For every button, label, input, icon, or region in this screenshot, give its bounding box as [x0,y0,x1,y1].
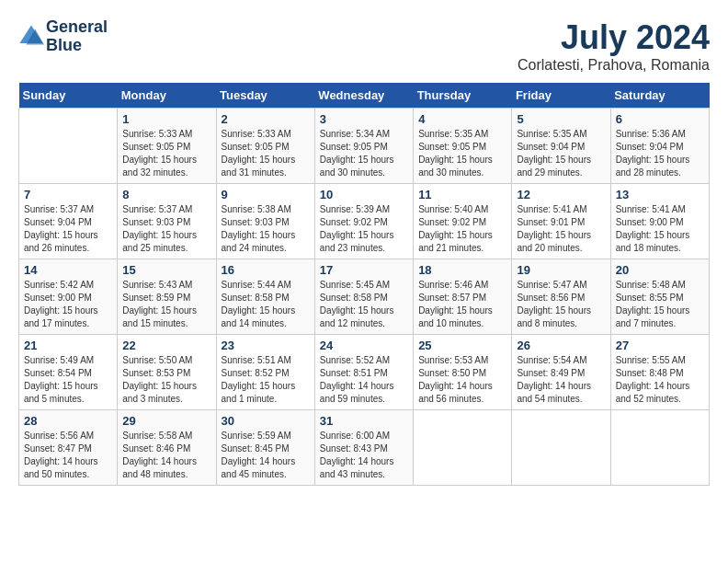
day-cell: 14Sunrise: 5:42 AM Sunset: 9:00 PM Dayli… [19,259,118,335]
day-number: 18 [418,263,506,277]
day-cell: 31Sunrise: 6:00 AM Sunset: 8:43 PM Dayli… [314,410,413,486]
day-info: Sunrise: 5:35 AM Sunset: 9:04 PM Dayligh… [517,128,605,179]
day-cell [512,410,610,486]
day-number: 8 [122,188,210,201]
day-info: Sunrise: 5:59 AM Sunset: 8:45 PM Dayligh… [222,430,310,481]
day-cell: 2Sunrise: 5:33 AM Sunset: 9:05 PM Daylig… [216,109,314,184]
day-info: Sunrise: 6:00 AM Sunset: 8:43 PM Dayligh… [320,430,408,481]
day-number: 31 [320,414,408,428]
day-cell: 22Sunrise: 5:50 AM Sunset: 8:53 PM Dayli… [118,335,216,410]
day-cell: 19Sunrise: 5:47 AM Sunset: 8:56 PM Dayli… [512,259,610,335]
day-info: Sunrise: 5:55 AM Sunset: 8:48 PM Dayligh… [616,354,704,406]
day-number: 21 [24,339,112,352]
month-year: July 2024 [518,18,710,57]
day-number: 17 [320,263,408,277]
day-number: 19 [517,263,605,277]
day-info: Sunrise: 5:43 AM Sunset: 8:59 PM Dayligh… [122,279,210,330]
day-number: 13 [616,188,704,201]
day-info: Sunrise: 5:58 AM Sunset: 8:46 PM Dayligh… [122,430,210,481]
day-number: 28 [24,414,112,428]
title-block: July 2024 Corlatesti, Prahova, Romania [518,18,710,74]
day-cell: 10Sunrise: 5:39 AM Sunset: 9:02 PM Dayli… [314,184,413,259]
day-cell: 15Sunrise: 5:43 AM Sunset: 8:59 PM Dayli… [118,259,216,335]
day-info: Sunrise: 5:42 AM Sunset: 9:00 PM Dayligh… [24,279,112,330]
day-info: Sunrise: 5:33 AM Sunset: 9:05 PM Dayligh… [222,128,310,179]
day-number: 10 [320,188,408,201]
logo-line2: Blue [46,37,108,55]
day-info: Sunrise: 5:34 AM Sunset: 9:05 PM Dayligh… [320,128,408,179]
day-cell: 4Sunrise: 5:35 AM Sunset: 9:05 PM Daylig… [414,109,512,184]
week-row-4: 21Sunrise: 5:49 AM Sunset: 8:54 PM Dayli… [19,335,710,410]
day-number: 22 [122,339,210,352]
day-info: Sunrise: 5:49 AM Sunset: 8:54 PM Dayligh… [24,354,112,406]
day-cell: 11Sunrise: 5:40 AM Sunset: 9:02 PM Dayli… [414,184,512,259]
day-number: 11 [418,188,506,201]
day-info: Sunrise: 5:45 AM Sunset: 8:58 PM Dayligh… [320,279,408,330]
logo-text: General Blue [46,18,108,55]
day-info: Sunrise: 5:39 AM Sunset: 9:02 PM Dayligh… [320,203,408,255]
day-info: Sunrise: 5:36 AM Sunset: 9:04 PM Dayligh… [616,128,704,179]
day-info: Sunrise: 5:53 AM Sunset: 8:50 PM Dayligh… [418,354,506,406]
header-wednesday: Wednesday [314,83,413,109]
calendar-body: 1Sunrise: 5:33 AM Sunset: 9:05 PM Daylig… [19,109,710,486]
day-cell: 17Sunrise: 5:45 AM Sunset: 8:58 PM Dayli… [314,259,413,335]
logo-icon [18,24,44,50]
day-number: 5 [517,112,605,126]
day-cell: 1Sunrise: 5:33 AM Sunset: 9:05 PM Daylig… [118,109,216,184]
day-number: 7 [24,188,112,201]
logo-line1: General [46,18,108,37]
day-number: 1 [122,112,210,126]
day-info: Sunrise: 5:56 AM Sunset: 8:47 PM Dayligh… [24,430,112,481]
day-cell: 12Sunrise: 5:41 AM Sunset: 9:01 PM Dayli… [512,184,610,259]
day-number: 20 [616,263,704,277]
day-info: Sunrise: 5:41 AM Sunset: 9:01 PM Dayligh… [517,203,605,255]
day-cell: 21Sunrise: 5:49 AM Sunset: 8:54 PM Dayli… [19,335,118,410]
day-number: 14 [24,263,112,277]
day-cell [610,410,709,486]
day-cell: 30Sunrise: 5:59 AM Sunset: 8:45 PM Dayli… [216,410,314,486]
week-row-3: 14Sunrise: 5:42 AM Sunset: 9:00 PM Dayli… [19,259,710,335]
day-info: Sunrise: 5:38 AM Sunset: 9:03 PM Dayligh… [222,203,310,255]
day-info: Sunrise: 5:46 AM Sunset: 8:57 PM Dayligh… [418,279,506,330]
day-cell: 27Sunrise: 5:55 AM Sunset: 8:48 PM Dayli… [610,335,709,410]
day-info: Sunrise: 5:37 AM Sunset: 9:04 PM Dayligh… [24,203,112,255]
week-row-5: 28Sunrise: 5:56 AM Sunset: 8:47 PM Dayli… [19,410,710,486]
day-cell: 24Sunrise: 5:52 AM Sunset: 8:51 PM Dayli… [314,335,413,410]
day-cell: 13Sunrise: 5:41 AM Sunset: 9:00 PM Dayli… [610,184,709,259]
calendar-header: SundayMondayTuesdayWednesdayThursdayFrid… [19,83,710,109]
page-header: General Blue July 2024 Corlatesti, Praho… [18,18,710,74]
calendar-table: SundayMondayTuesdayWednesdayThursdayFrid… [18,83,710,486]
day-number: 3 [320,112,408,126]
day-info: Sunrise: 5:35 AM Sunset: 9:05 PM Dayligh… [418,128,506,179]
header-thursday: Thursday [414,83,512,109]
header-tuesday: Tuesday [216,83,314,109]
day-cell: 25Sunrise: 5:53 AM Sunset: 8:50 PM Dayli… [414,335,512,410]
day-number: 4 [418,112,506,126]
day-cell: 29Sunrise: 5:58 AM Sunset: 8:46 PM Dayli… [118,410,216,486]
day-number: 27 [616,339,704,352]
day-number: 2 [222,112,310,126]
day-number: 23 [222,339,310,352]
day-number: 15 [122,263,210,277]
location: Corlatesti, Prahova, Romania [518,57,710,74]
day-info: Sunrise: 5:52 AM Sunset: 8:51 PM Dayligh… [320,354,408,406]
day-cell [414,410,512,486]
day-number: 30 [222,414,310,428]
day-number: 24 [320,339,408,352]
day-cell: 16Sunrise: 5:44 AM Sunset: 8:58 PM Dayli… [216,259,314,335]
week-row-1: 1Sunrise: 5:33 AM Sunset: 9:05 PM Daylig… [19,109,710,184]
day-number: 29 [122,414,210,428]
day-cell: 26Sunrise: 5:54 AM Sunset: 8:49 PM Dayli… [512,335,610,410]
day-cell: 3Sunrise: 5:34 AM Sunset: 9:05 PM Daylig… [314,109,413,184]
header-row: SundayMondayTuesdayWednesdayThursdayFrid… [19,83,710,109]
day-info: Sunrise: 5:40 AM Sunset: 9:02 PM Dayligh… [418,203,506,255]
day-info: Sunrise: 5:37 AM Sunset: 9:03 PM Dayligh… [122,203,210,255]
day-info: Sunrise: 5:41 AM Sunset: 9:00 PM Dayligh… [616,203,704,255]
day-cell [19,109,118,184]
header-friday: Friday [512,83,610,109]
day-info: Sunrise: 5:44 AM Sunset: 8:58 PM Dayligh… [222,279,310,330]
day-cell: 5Sunrise: 5:35 AM Sunset: 9:04 PM Daylig… [512,109,610,184]
day-cell: 9Sunrise: 5:38 AM Sunset: 9:03 PM Daylig… [216,184,314,259]
logo: General Blue [18,18,108,55]
day-info: Sunrise: 5:47 AM Sunset: 8:56 PM Dayligh… [517,279,605,330]
